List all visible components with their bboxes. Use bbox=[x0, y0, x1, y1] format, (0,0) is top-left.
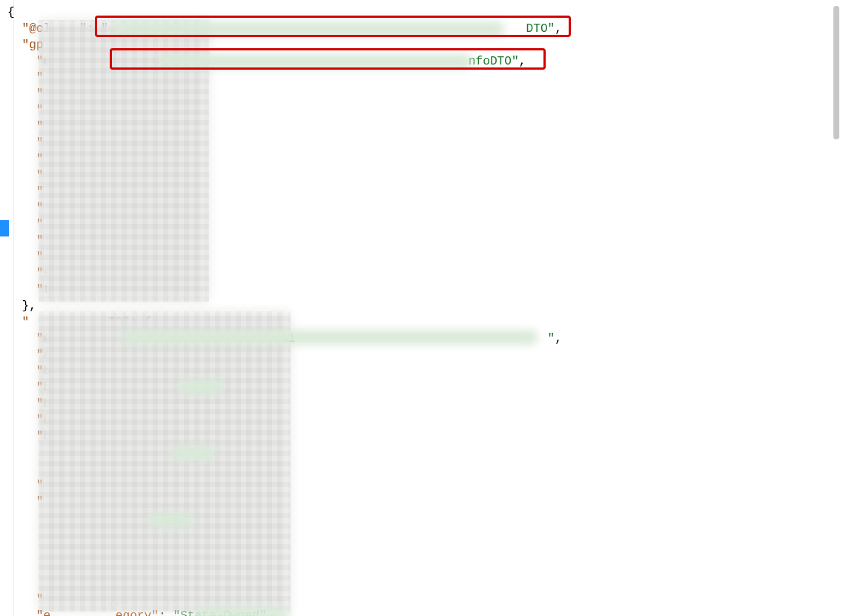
vertical-scrollbar-thumb[interactable] bbox=[833, 6, 839, 139]
redaction-line-class3 bbox=[122, 330, 538, 345]
vertical-scrollbar-track[interactable] bbox=[833, 3, 840, 613]
redaction-line-class2 bbox=[159, 54, 472, 69]
redaction-line-good bbox=[171, 446, 215, 460]
nested-close: }, bbox=[22, 299, 36, 313]
redaction-line-class1 bbox=[111, 21, 504, 36]
class-value-suffix-1: DTO" bbox=[526, 22, 555, 36]
nested-class-suffix: nfoDTO" bbox=[469, 55, 519, 68]
brace-open: { bbox=[7, 6, 15, 19]
redaction-line-123 bbox=[178, 380, 222, 394]
redaction-line-la bbox=[148, 513, 193, 528]
pixelation-overlay-lower bbox=[39, 311, 291, 612]
redaction-line-stateowned bbox=[193, 608, 289, 616]
